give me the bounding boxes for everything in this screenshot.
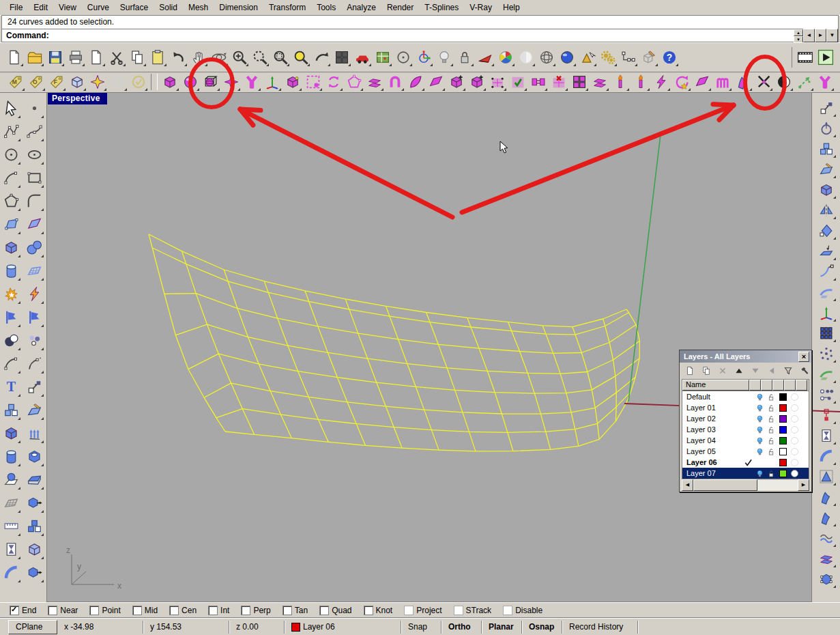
layer-color-swatch[interactable] (777, 437, 789, 444)
layer-lock-toggle[interactable] (766, 447, 777, 456)
options-gears-button[interactable] (598, 47, 618, 68)
scale-1d-button[interactable] (815, 405, 837, 425)
layers-panel-titlebar[interactable]: Layers - All Layers × (680, 350, 811, 363)
ts-bridge-button[interactable] (528, 72, 549, 92)
layer-name[interactable]: Layer 04 (682, 436, 742, 444)
layer-lock-toggle[interactable] (766, 425, 777, 434)
map-demo-button[interactable] (373, 47, 393, 68)
checkbox-strack[interactable] (454, 606, 463, 615)
ts-grid-check-button[interactable] (508, 72, 528, 92)
layer-visibility-toggle[interactable] (754, 404, 766, 412)
menu-help[interactable]: Help (497, 1, 525, 14)
rectangle-button[interactable] (23, 166, 45, 189)
menu-view[interactable]: View (53, 1, 82, 14)
ts-extrude-button[interactable] (712, 72, 733, 92)
viewport-layout-button[interactable] (332, 47, 352, 68)
ellipse-button[interactable] (23, 143, 45, 166)
layers-column-material[interactable] (796, 380, 807, 391)
pull-button[interactable] (815, 262, 837, 282)
scroll-left-icon[interactable]: ◄ (803, 29, 815, 42)
copy-layer-button[interactable] (700, 365, 712, 377)
ghost-diamond-button[interactable] (108, 72, 128, 92)
undo-button[interactable] (168, 47, 188, 68)
close-icon[interactable]: × (798, 352, 809, 362)
scroll-right-icon[interactable]: ▶ (798, 479, 809, 491)
menu-solid[interactable]: Solid (154, 1, 183, 14)
layer-color-swatch[interactable] (777, 415, 789, 423)
ts-axis-button[interactable] (262, 72, 283, 92)
box-r-button[interactable] (815, 180, 837, 200)
ghost-cube-button[interactable] (67, 72, 87, 92)
ts-insert-edge-2-button[interactable] (467, 72, 487, 92)
osnap-tan[interactable]: Tan (283, 606, 308, 615)
layer-visibility-toggle[interactable] (754, 393, 766, 401)
layer-material-swatch[interactable] (789, 459, 800, 466)
command-input-row[interactable]: Command: ▲▼◄►▼ (1, 29, 839, 42)
save-file-button[interactable] (45, 47, 66, 68)
waves-button[interactable] (815, 528, 837, 548)
layer-name[interactable]: Layer 06 (682, 458, 742, 466)
twist-button[interactable] (815, 487, 837, 507)
trim-button[interactable] (0, 305, 22, 328)
layers-column-lock[interactable] (772, 380, 784, 391)
box-button[interactable] (0, 236, 22, 259)
render-sphere-button[interactable] (557, 47, 577, 68)
hole-button[interactable] (23, 444, 45, 468)
ts-sheets-button[interactable] (364, 72, 385, 92)
bend-pipe-button[interactable] (0, 561, 22, 584)
box-edit-button[interactable] (639, 47, 659, 68)
tag-f-button[interactable]: F (46, 72, 67, 92)
help-button[interactable]: ? (659, 47, 680, 68)
interp-curve-button[interactable] (23, 119, 45, 143)
osnap-quad[interactable]: Quad (319, 606, 351, 615)
face-arrow-button[interactable] (23, 561, 45, 584)
export-doc-button[interactable] (86, 47, 106, 68)
cage-button[interactable] (815, 569, 837, 589)
ts-subdivide-button[interactable] (569, 72, 590, 92)
circle-button[interactable] (0, 143, 22, 166)
hourglass-r-button[interactable] (815, 425, 837, 446)
checkbox-tan[interactable] (283, 606, 292, 615)
ts-star-button[interactable] (221, 72, 242, 92)
layer-visibility-toggle[interactable] (754, 436, 766, 445)
menu-file[interactable]: File (4, 1, 28, 14)
layer-color-swatch[interactable] (777, 459, 789, 466)
menu-dimension[interactable]: Dimension (214, 1, 263, 14)
layer-row-layer-04[interactable]: Layer 04 (682, 435, 809, 446)
layer-visibility-toggle[interactable] (754, 425, 766, 434)
ts-bent-sheet-button[interactable] (426, 72, 446, 92)
delete-layer-button[interactable] (716, 365, 729, 377)
ts-stack-button[interactable] (590, 72, 610, 92)
layer-lock-toggle[interactable] (766, 404, 777, 412)
layer-lock-toggle[interactable] (766, 436, 777, 445)
filter-button[interactable] (782, 365, 794, 377)
menu-transform[interactable]: Transform (263, 1, 311, 14)
layer-tools-button[interactable] (798, 365, 811, 377)
ts-leaf-button[interactable] (405, 72, 426, 92)
osnap-knot[interactable]: Knot (364, 606, 393, 615)
menu-t-splines[interactable]: T-Splines (419, 1, 464, 14)
current-layer-check[interactable] (742, 458, 754, 467)
move-button[interactable] (815, 98, 837, 118)
open-file-button[interactable] (25, 47, 45, 68)
scroll-left-icon[interactable]: ◀ (682, 479, 693, 491)
command-history[interactable]: 24 curves added to selection. (1, 15, 839, 29)
checkbox-perp[interactable] (241, 606, 250, 615)
ts-sphere-button[interactable] (180, 72, 201, 92)
menu-curve[interactable]: Curve (82, 1, 115, 14)
array-button[interactable] (815, 323, 837, 343)
layer-row-layer-01[interactable]: Layer 01 (682, 402, 809, 413)
toggle-record-history[interactable]: Record History (562, 621, 638, 634)
zoom-in-button[interactable] (229, 47, 250, 68)
layer-name[interactable]: Layer 05 (682, 447, 742, 455)
checkbox-knot[interactable] (364, 606, 373, 615)
osnap-mid[interactable]: Mid (132, 606, 158, 615)
layer-material-swatch[interactable] (789, 426, 800, 434)
ghost-box-button[interactable] (23, 537, 45, 561)
filmstrip-button[interactable] (795, 47, 815, 68)
point-button[interactable] (23, 96, 45, 119)
ts-select-points-button[interactable] (303, 72, 323, 92)
toggle-ortho[interactable]: Ortho (441, 621, 482, 634)
viewport-perspective[interactable] (46, 92, 812, 602)
menu-mesh[interactable]: Mesh (183, 1, 214, 14)
